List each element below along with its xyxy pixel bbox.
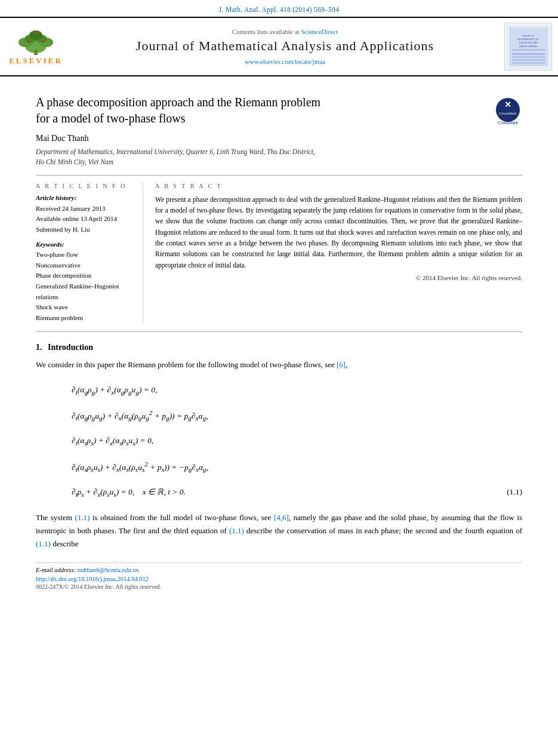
article-title: A phase decomposition approach and the R… [36,94,482,127]
contents-line: Contents lists available at ScienceDirec… [72,28,498,35]
svg-point-7 [27,40,30,42]
divider-1 [36,175,522,176]
equations-block: ∂t(αgρg) + ∂x(αgρgug) = 0, ∂t(αgρgug) + … [72,380,522,503]
svg-rect-20 [512,56,545,58]
header-banner: ELSEVIER Contents lists available at Sci… [0,17,558,76]
article-title-text: A phase decomposition approach and the R… [36,94,482,168]
abstract-text: We present a phase decomposition approac… [155,194,522,271]
keyword-7: Riemann problem [36,313,134,324]
svg-rect-21 [512,59,545,61]
footer-copyright: 0022-247X/© 2014 Elsevier Inc. All right… [36,583,522,590]
section-title-text: Introduction [48,343,93,352]
introduction-section: 1. Introduction We consider in this pape… [36,343,522,371]
journal-url-link[interactable]: www.elsevier.com/locate/jmaa [245,58,325,65]
email-link[interactable]: mdthanh@hcmiu.edu.vn [78,567,138,573]
svg-text:ANALYSIS AND: ANALYSIS AND [518,41,538,44]
ref-1-1-link-3[interactable]: (1.1) [36,539,51,548]
journal-ref-text: J. Math. Anal. Appl. 418 (2014) 569–594 [219,6,339,13]
main-content: A phase decomposition approach and the R… [0,76,558,602]
svg-rect-22 [512,62,545,64]
intro-paragraph-2: The system (1.1) is obtained from the fu… [36,511,522,551]
svg-text:CrossMark: CrossMark [498,121,518,125]
email-label: E-mail address: [36,567,76,573]
doi-line: http://dx.doi.org/10.1016/j.jmaa.2014.04… [36,576,522,582]
abstract-col: A B S T R A C T We present a phase decom… [155,183,522,324]
ref-4-6-link[interactable]: [4,6] [274,513,289,522]
keyword-2: Nonconservative [36,260,134,271]
elsevier-logo-container: ELSEVIER [6,28,66,66]
received-date: Received 24 January 2013 [36,204,134,214]
keyword-1: Two-phase flow [36,250,134,260]
intro-paragraph-1: We consider in this paper the Riemann pr… [36,358,522,371]
svg-text:✕: ✕ [504,100,511,109]
svg-text:MATHEMATICAL: MATHEMATICAL [517,38,539,41]
journal-url: www.elsevier.com/locate/jmaa [72,58,498,65]
footnote-email: E-mail address: mdthanh@hcmiu.edu.vn. [36,567,522,573]
article-info-header: A R T I C L E I N F O [36,183,134,189]
ref-1-1-link[interactable]: (1.1) [75,513,90,522]
footer-area: E-mail address: mdthanh@hcmiu.edu.vn. ht… [36,563,522,590]
elsevier-tree-icon [9,28,63,55]
keyword-4: Generalized Rankine–Hugoniot [36,281,134,292]
page: J. Math. Anal. Appl. 418 (2014) 569–594 [0,0,558,756]
affiliation: Department of Mathematics, International… [36,147,482,168]
doi-link[interactable]: http://dx.doi.org/10.1016/j.jmaa.2014.04… [36,576,149,582]
author-name: Mai Duc Thanh [36,134,482,143]
keywords-label: Keywords: [36,241,134,248]
svg-point-10 [35,50,37,52]
svg-point-8 [42,40,44,42]
divider-2 [36,331,522,332]
svg-text:Journal of: Journal of [522,34,534,37]
svg-text:CrossMark: CrossMark [499,112,517,115]
article-info-abstract: A R T I C L E I N F O Article history: R… [36,183,522,324]
contents-prefix: Contents lists available at [232,28,300,35]
elsevier-brand-text: ELSEVIER [9,56,63,66]
journal-ref-line: J. Math. Anal. Appl. 418 (2014) 569–594 [0,0,558,17]
svg-text:APPLICATIONS: APPLICATIONS [519,45,538,48]
ref-6-link[interactable]: [6] [337,360,346,369]
submitted-by: Submitted by H. Liu [36,225,134,235]
sciencedirect-link[interactable]: ScienceDirect [301,28,338,35]
abstract-copyright: © 2014 Elsevier Inc. All rights reserved… [155,274,522,281]
ref-1-1-link-2[interactable]: (1.1) [229,526,244,535]
keyword-5: relations [36,292,134,303]
available-date: Available online 13 April 2014 [36,214,134,225]
journal-cover-icon: Journal of MATHEMATICAL ANALYSIS AND APP… [506,24,551,69]
article-history-label: Article history: [36,194,134,201]
equation-number-1-1: (1.1) [486,483,522,503]
header-center: Contents lists available at ScienceDirec… [66,28,504,66]
svg-rect-19 [512,53,545,55]
abstract-header: A B S T R A C T [155,183,522,189]
keyword-3: Phase decomposition [36,271,134,281]
crossmark-badge[interactable]: ✕ CrossMark CrossMark [494,97,522,130]
journal-title: Journal of Mathematical Analysis and App… [72,38,498,55]
svg-rect-18 [512,50,545,50]
keyword-6: Shock wave [36,302,134,313]
section-number: 1. [36,343,42,352]
journal-cover-thumbnail: Journal of MATHEMATICAL ANALYSIS AND APP… [504,23,552,70]
article-title-section: A phase decomposition approach and the R… [36,94,522,168]
section-title-intro: 1. Introduction [36,343,522,352]
article-info-col: A R T I C L E I N F O Article history: R… [36,183,143,324]
svg-point-9 [35,32,37,34]
